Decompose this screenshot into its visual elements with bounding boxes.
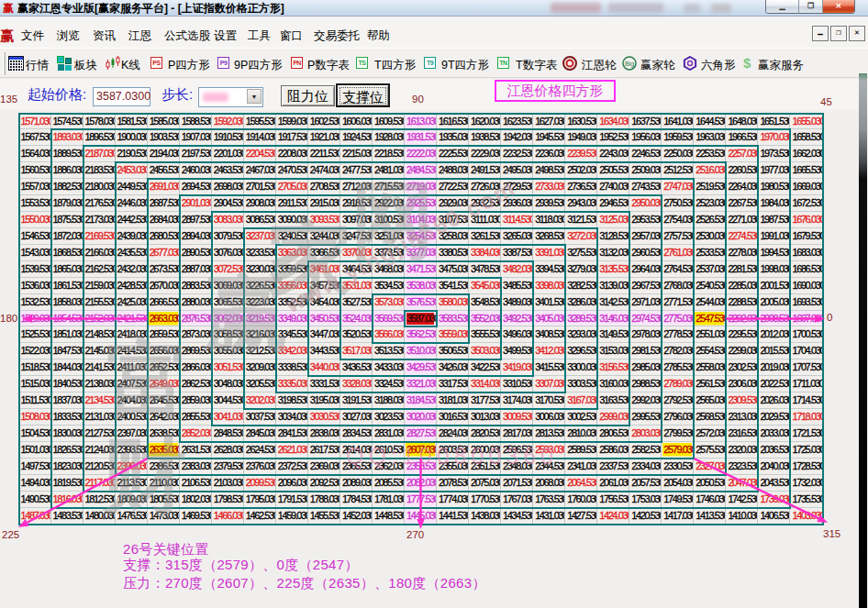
- svg-text:Big: Big: [625, 61, 634, 68]
